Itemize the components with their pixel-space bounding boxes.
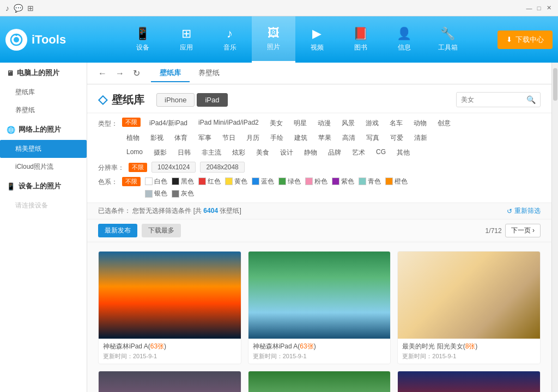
filter-tag-beauty[interactable]: 美女 bbox=[265, 118, 287, 129]
image-card-4[interactable]: 精选风景iPad(45张) 更新时间：2015-9-1 bbox=[98, 371, 241, 392]
nav-photos[interactable]: 🖼 照片 bbox=[252, 16, 295, 63]
sidebar-section-device-photos[interactable]: 📱 设备上的照片 bbox=[0, 176, 87, 197]
color-cyan[interactable]: 青色 bbox=[359, 177, 381, 186]
scrollbar-track[interactable] bbox=[551, 63, 558, 392]
color-orange[interactable]: 橙色 bbox=[385, 177, 408, 186]
sort-most-downloaded-button[interactable]: 下载最多 bbox=[142, 224, 181, 237]
color-yellow[interactable]: 黄色 bbox=[225, 177, 247, 186]
filter-tag-film[interactable]: 影视 bbox=[146, 132, 168, 144]
filter-tag-cg[interactable]: CG bbox=[372, 147, 390, 158]
filter-tag-korean[interactable]: 日韩 bbox=[173, 147, 195, 158]
nav-photos-label: 照片 bbox=[267, 42, 280, 52]
back-button[interactable]: ← bbox=[96, 66, 109, 81]
tab-my-wallpaper[interactable]: 养壁纸 bbox=[190, 65, 228, 82]
window-controls[interactable]: — □ ✕ bbox=[525, 4, 553, 12]
image-card-6[interactable]: 唯美夜景壁纸(28张) 更新时间：2015-9-1 bbox=[397, 371, 541, 392]
filter-res-unlimited[interactable]: 不限 bbox=[129, 163, 147, 172]
res-1024[interactable]: 1024x1024 bbox=[151, 162, 196, 173]
filter-tag-hd[interactable]: 高清 bbox=[338, 132, 360, 144]
next-page-button[interactable]: 下一页 › bbox=[505, 224, 541, 237]
color-black[interactable]: 黑色 bbox=[172, 177, 194, 186]
filter-tag-game[interactable]: 游戏 bbox=[361, 118, 383, 129]
filter-spacer2 bbox=[98, 147, 118, 149]
download-button[interactable]: ⬇ 下载中心 bbox=[498, 30, 553, 49]
color-blue[interactable]: 蓝色 bbox=[252, 177, 274, 186]
refresh-button[interactable]: ↻ bbox=[131, 66, 142, 81]
image-card-5[interactable]: 自然风光高清(32张) 更新时间：2015-9-1 bbox=[248, 371, 391, 392]
filter-tag-ipadmini[interactable]: iPad Mini/iPad/iPad2 bbox=[194, 118, 263, 129]
nav-device[interactable]: 📱 设备 bbox=[121, 16, 165, 63]
filter-tag-anime[interactable]: 动漫 bbox=[313, 118, 335, 129]
filter-tag-sports[interactable]: 体育 bbox=[170, 132, 192, 144]
reset-filter-button[interactable]: ↺ 重新筛选 bbox=[507, 206, 541, 216]
filter-tag-cute[interactable]: 可爱 bbox=[386, 132, 408, 144]
search-input[interactable] bbox=[457, 93, 522, 106]
filter-tag-apple[interactable]: 苹果 bbox=[314, 132, 336, 144]
color-pink[interactable]: 粉色 bbox=[305, 177, 327, 186]
filter-tag-lomo[interactable]: Lomo bbox=[122, 147, 147, 158]
filter-tag-art[interactable]: 艺术 bbox=[348, 147, 369, 158]
filter-tag-brand[interactable]: 品牌 bbox=[324, 147, 345, 158]
sidebar-section-net-photos[interactable]: 🌐 网络上的照片 bbox=[0, 119, 87, 140]
color-gray[interactable]: 灰色 bbox=[172, 189, 194, 198]
filter-color-unlimited[interactable]: 不限 bbox=[122, 177, 141, 186]
sort-latest-button[interactable]: 最新发布 bbox=[98, 224, 137, 237]
filter-tag-ipad4[interactable]: iPad4/新iPad bbox=[145, 118, 192, 129]
filter-tag-other[interactable]: 其他 bbox=[392, 147, 414, 158]
image-info-2: 神秘森林iPad A(63张) 更新时间：2015-9-1 bbox=[248, 339, 391, 364]
nav-music[interactable]: ♪ 音乐 bbox=[208, 16, 252, 63]
filter-tag-plant[interactable]: 植物 bbox=[122, 132, 144, 144]
filter-tag-drawing[interactable]: 手绘 bbox=[266, 132, 288, 144]
icloud-label: iCloud照片流 bbox=[15, 163, 53, 170]
image-card-3[interactable]: 最美的时光 阳光美女(8张) 更新时间：2015-9-1 bbox=[397, 251, 541, 364]
device-tab-iphone[interactable]: iPhone bbox=[156, 93, 195, 107]
maximize-button[interactable]: □ bbox=[535, 4, 543, 12]
filter-tag-creative[interactable]: 创意 bbox=[433, 118, 455, 129]
nav-apps[interactable]: ⊞ 应用 bbox=[165, 16, 208, 63]
color-red[interactable]: 红色 bbox=[198, 177, 221, 186]
close-button[interactable]: ✕ bbox=[545, 4, 553, 12]
sidebar-section-pc-photos[interactable]: 🖥 电脑上的照片 bbox=[0, 63, 87, 83]
forward-button[interactable]: → bbox=[113, 66, 126, 81]
filter-tag-building[interactable]: 建筑 bbox=[290, 132, 312, 144]
sidebar-item-my-wallpaper[interactable]: 养壁纸 bbox=[0, 101, 87, 119]
filter-tag-photo[interactable]: 写真 bbox=[362, 132, 384, 144]
filter-tag-still[interactable]: 静物 bbox=[300, 147, 322, 158]
sidebar-item-featured-wallpaper[interactable]: 精美壁纸 bbox=[0, 140, 87, 158]
filter-tag-animal[interactable]: 动物 bbox=[409, 118, 431, 129]
filter-tag-scenery[interactable]: 风景 bbox=[337, 118, 359, 129]
sidebar-item-wallpaper-lib[interactable]: 壁纸库 bbox=[0, 83, 87, 101]
image-card-1[interactable]: 神秘森林iPad A(63张) 更新时间：2015-9-1 bbox=[98, 251, 241, 364]
device-photos-label: 设备上的照片 bbox=[19, 181, 61, 191]
search-button[interactable]: 🔍 bbox=[522, 93, 540, 107]
minimize-button[interactable]: — bbox=[525, 4, 533, 12]
filter-tag-dazzle[interactable]: 炫彩 bbox=[228, 147, 250, 158]
search-box[interactable]: 🔍 bbox=[456, 92, 541, 107]
filter-tag-calendar[interactable]: 月历 bbox=[242, 132, 264, 144]
filter-tag-design[interactable]: 设计 bbox=[276, 147, 298, 158]
res-2048[interactable]: 2048x2048 bbox=[200, 162, 244, 173]
filter-tag-photography[interactable]: 摄影 bbox=[149, 147, 171, 158]
sidebar-item-icloud[interactable]: iCloud照片流 bbox=[0, 158, 87, 176]
color-silver[interactable]: 银色 bbox=[145, 189, 167, 198]
color-box-yellow bbox=[225, 177, 233, 185]
filter-tag-car[interactable]: 名车 bbox=[385, 118, 407, 129]
scrollbar-thumb[interactable] bbox=[553, 68, 557, 101]
color-white[interactable]: 白色 bbox=[145, 177, 167, 186]
device-tab-ipad[interactable]: iPad bbox=[197, 93, 227, 107]
filter-tag-food[interactable]: 美食 bbox=[252, 147, 274, 158]
filter-tag-star[interactable]: 明星 bbox=[289, 118, 311, 129]
filter-tag-military[interactable]: 军事 bbox=[194, 132, 216, 144]
color-purple[interactable]: 紫色 bbox=[332, 177, 354, 186]
filter-tag-fresh[interactable]: 清新 bbox=[410, 132, 432, 144]
filter-tag-indie[interactable]: 非主流 bbox=[197, 147, 226, 158]
image-card-2[interactable]: 神秘森林iPad A(63张) 更新时间：2015-9-1 bbox=[248, 251, 391, 364]
nav-books[interactable]: 📕 图书 bbox=[339, 16, 383, 63]
nav-info[interactable]: 👤 信息 bbox=[383, 16, 426, 63]
nav-video[interactable]: ▶ 视频 bbox=[295, 16, 339, 63]
nav-tools[interactable]: 🔧 工具箱 bbox=[426, 16, 470, 63]
filter-tag-holiday[interactable]: 节日 bbox=[218, 132, 240, 144]
tab-wallpaper-lib[interactable]: 壁纸库 bbox=[151, 65, 190, 82]
filter-type-unlimited[interactable]: 不限 bbox=[122, 118, 141, 127]
color-green[interactable]: 绿色 bbox=[278, 177, 301, 186]
